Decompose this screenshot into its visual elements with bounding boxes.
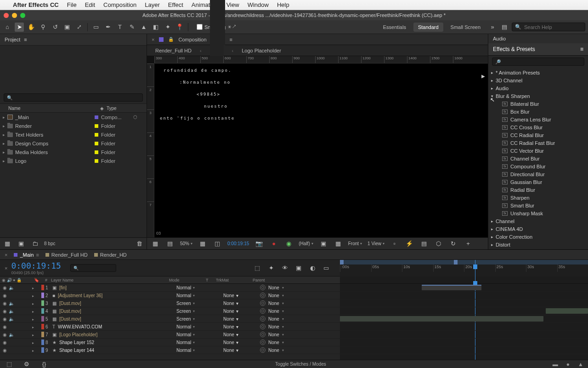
- comp-tab-menu-icon[interactable]: ≡: [230, 37, 232, 42]
- effect-category[interactable]: ▸Channel: [488, 217, 588, 225]
- visibility-toggle[interactable]: ◉: [3, 332, 7, 337]
- reset-exposure-icon[interactable]: ↻: [449, 239, 458, 248]
- effects-search[interactable]: 🔎: [492, 58, 584, 66]
- label-color[interactable]: [41, 300, 44, 306]
- show-channel-icon[interactable]: ●: [269, 239, 278, 248]
- pickwhip-icon[interactable]: [260, 347, 266, 353]
- project-item[interactable]: ▸ Media Holders Folder: [0, 148, 147, 156]
- workspace-standard[interactable]: Standard: [413, 23, 443, 32]
- twirl-icon[interactable]: ▸: [491, 219, 496, 224]
- twirl-icon[interactable]: ▸: [32, 325, 34, 329]
- project-col-type[interactable]: Type: [107, 106, 139, 111]
- parent-select[interactable]: None: [268, 348, 279, 353]
- project-new-folder-icon[interactable]: 🗀: [30, 239, 40, 248]
- track-row[interactable]: [340, 323, 588, 331]
- audio-toggle[interactable]: 🔈: [9, 316, 14, 322]
- visibility-toggle[interactable]: ◉: [3, 324, 7, 329]
- always-preview-icon[interactable]: ▦: [151, 239, 160, 248]
- audio-toggle[interactable]: 🔈: [9, 285, 14, 290]
- puppet-tool[interactable]: 📍: [175, 23, 184, 32]
- timeline-tab[interactable]: Render_Full HD: [45, 252, 88, 258]
- parent-select[interactable]: None: [268, 316, 279, 322]
- project-item[interactable]: ▸ Render Folder: [0, 121, 147, 130]
- layer-name[interactable]: [Dust.mov]: [59, 309, 81, 314]
- flowchart-icon[interactable]: ⬡: [434, 239, 443, 248]
- workspace-small-screen[interactable]: Small Screen: [446, 23, 485, 32]
- parent-select[interactable]: None: [268, 332, 279, 337]
- twirl-icon[interactable]: ▸: [3, 150, 7, 155]
- layer-name[interactable]: [Logo Placeholder]: [59, 332, 97, 337]
- menu-layer[interactable]: Layer: [145, 1, 160, 8]
- parent-select[interactable]: None: [268, 309, 279, 314]
- trkmat-select[interactable]: None▾: [223, 332, 260, 337]
- trkmat-select[interactable]: None▾: [223, 309, 260, 314]
- project-trash-icon[interactable]: 🗑: [135, 239, 144, 248]
- effect-category[interactable]: ▸* Animation Presets: [488, 69, 588, 76]
- twirl-icon[interactable]: ▸: [32, 333, 34, 337]
- camera-tool[interactable]: ▣: [62, 23, 72, 32]
- twirl-icon[interactable]: ▸: [3, 132, 7, 137]
- window-close-button[interactable]: [4, 13, 9, 18]
- layer-row[interactable]: ◉ ▸ 2 ■[Adjustment Layer 36] Normal▾ Non…: [0, 292, 340, 299]
- type-tool[interactable]: T: [115, 23, 124, 32]
- twirl-icon[interactable]: ▾: [491, 94, 496, 98]
- pickwhip-icon[interactable]: [260, 308, 266, 314]
- pickwhip-icon[interactable]: [260, 332, 266, 337]
- search-help-field[interactable]: 🔍: [512, 23, 585, 31]
- comp-tab-close-icon[interactable]: ×: [152, 37, 154, 42]
- blend-mode-select[interactable]: Screen▾: [176, 309, 213, 314]
- timeline-ruler[interactable]: :00s05s10s15s20s25s30s35s: [340, 264, 588, 272]
- effect-item[interactable]: fxSharpen: [488, 194, 588, 201]
- trkmat-select[interactable]: None▾: [223, 324, 260, 329]
- graph-editor-icon[interactable]: ▭: [322, 264, 331, 273]
- visibility-toggle[interactable]: ◉: [3, 348, 7, 353]
- motion-blur-icon[interactable]: ◐: [308, 264, 317, 273]
- twirl-icon[interactable]: ▸: [32, 341, 34, 345]
- label-color[interactable]: [41, 332, 44, 337]
- label-color[interactable]: [95, 142, 98, 145]
- zoom-in-icon[interactable]: ▲: [578, 361, 583, 368]
- comp-timecode[interactable]: 0:00:19:15: [227, 241, 249, 246]
- work-area-bar[interactable]: [340, 260, 588, 264]
- twirl-icon[interactable]: ▸: [3, 115, 7, 120]
- zoom-select[interactable]: 50%▾: [180, 241, 192, 246]
- frame-blend-icon[interactable]: ▣: [294, 264, 303, 273]
- view-count-select[interactable]: 1 View▾: [368, 241, 384, 246]
- twirl-icon[interactable]: ▸: [32, 294, 34, 298]
- layer-bar[interactable]: [422, 285, 481, 290]
- current-time-indicator[interactable]: [475, 260, 475, 276]
- effect-item[interactable]: fxRadial Blur: [488, 186, 588, 194]
- 3d-view-select[interactable]: Front▾: [348, 241, 362, 246]
- effect-item[interactable]: fxCC Radial Blur: [488, 131, 588, 139]
- timeline-search[interactable]: 🔍: [70, 264, 116, 272]
- track-row[interactable]: [340, 284, 588, 292]
- label-color[interactable]: [41, 285, 44, 290]
- project-item[interactable]: ▸ _Main Compo...⬡: [0, 113, 147, 121]
- layer-row[interactable]: ◉🔈 ▸ 4 ▦[Dust.mov] Screen▾ None▾ None▾: [0, 307, 340, 315]
- layer-name[interactable]: [fin]: [59, 285, 67, 290]
- timeline-timecode[interactable]: 0:00:19:15: [11, 261, 61, 270]
- twirl-icon[interactable]: ▸: [3, 141, 7, 146]
- visibility-toggle[interactable]: ◉: [3, 316, 7, 322]
- ruler-vertical[interactable]: 1234567: [147, 63, 154, 237]
- label-color[interactable]: [41, 316, 44, 322]
- grid-icon[interactable]: ▦: [198, 239, 207, 248]
- blend-mode-select[interactable]: Screen▾: [176, 316, 213, 322]
- clone-tool[interactable]: ▲: [139, 23, 148, 32]
- label-color[interactable]: [41, 347, 44, 353]
- layer-bar[interactable]: [546, 308, 588, 314]
- effect-item[interactable]: fxDirectional Blur: [488, 170, 588, 178]
- crumb-render[interactable]: Render_Full HD: [155, 48, 192, 53]
- twirl-icon[interactable]: ▸: [32, 286, 34, 290]
- draft3d-icon[interactable]: ✦: [266, 264, 276, 273]
- visibility-toggle[interactable]: ◉: [3, 301, 7, 306]
- blend-mode-select[interactable]: Normal▾: [176, 293, 213, 298]
- timeline-icon[interactable]: ▤: [419, 239, 429, 248]
- layer-col-name[interactable]: Layer Name: [51, 278, 74, 282]
- trkmat-select[interactable]: None▾: [223, 293, 260, 298]
- roi-icon[interactable]: ▣: [319, 239, 328, 248]
- track-row[interactable]: [340, 331, 588, 339]
- visibility-toggle[interactable]: ◉: [3, 340, 7, 345]
- parent-select[interactable]: None: [268, 293, 279, 298]
- effect-category[interactable]: ▸Audio: [488, 84, 588, 92]
